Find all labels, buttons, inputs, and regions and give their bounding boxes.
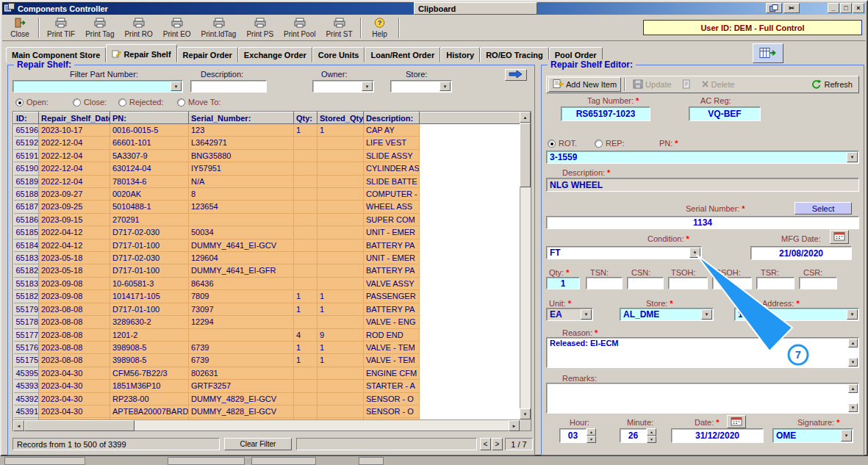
document-icon-button[interactable] <box>678 77 695 92</box>
table-row[interactable]: 651912022-12-045A3307-9BNG35880SLIDE ASS… <box>14 149 520 162</box>
col-header-qty[interactable]: Qty: <box>294 112 318 124</box>
hour-spinner[interactable]: 03 ▲▼ <box>559 428 596 443</box>
minute-value[interactable]: 26 <box>620 428 647 443</box>
tab-repair-order[interactable]: Repair Order <box>177 47 238 62</box>
col-header-id[interactable]: ID: <box>14 112 39 124</box>
print-ro-button[interactable]: Print RO <box>119 16 157 39</box>
date-field[interactable]: 31/12/2020 <box>671 428 764 443</box>
filter-owner-combo[interactable]: ▼ <box>312 80 374 93</box>
clipboard-panel[interactable]: Clipboard <box>414 2 537 15</box>
filter-part-number-combo[interactable]: ▼ <box>12 80 183 93</box>
pn-combo[interactable]: 3-1559 ▼ <box>546 151 859 164</box>
table-row[interactable]: 551792023-08-08D717-01-1007309711BATTERY… <box>14 303 520 315</box>
hour-value[interactable]: 03 <box>559 428 587 443</box>
print-pool-button[interactable]: Print Pool <box>279 16 320 39</box>
filter-store-combo[interactable]: ▼ <box>390 80 452 93</box>
table-row[interactable]: 551752023-08-08398908-5673911VALVE - TEM <box>14 354 520 367</box>
horizontal-scrollbar[interactable]: ◄ ► <box>13 419 520 430</box>
table-row[interactable]: 551772023-08-081201-249ROD END <box>14 328 520 341</box>
table-row[interactable]: 651902022-12-04630124-04IY57951CYLINDER … <box>14 162 520 175</box>
export-button[interactable] <box>753 43 783 63</box>
print-tag-button[interactable]: Print Tag <box>80 16 119 39</box>
maximize-button[interactable]: □ <box>840 3 852 13</box>
radio-rejected[interactable] <box>118 98 126 107</box>
chevron-down-icon[interactable]: ▼ <box>689 248 700 258</box>
radio-rot[interactable] <box>548 140 556 148</box>
minute-down-button[interactable]: ▼ <box>647 436 656 443</box>
table-row[interactable]: 651882023-09-270020AK8COMPUTER - <box>14 188 520 201</box>
hour-up-button[interactable]: ▲ <box>587 428 596 436</box>
select-serial-button[interactable]: Select <box>795 202 852 215</box>
scroll-up-button[interactable]: ▲ <box>520 112 531 123</box>
address-combo[interactable]: 1e ▼ <box>734 308 859 321</box>
tab-ro-eo-tracing[interactable]: RO/EO Tracing <box>480 47 549 62</box>
chevron-down-icon[interactable]: ▼ <box>841 430 852 441</box>
store-combo[interactable]: AL_DME ▼ <box>620 308 714 321</box>
vertical-scrollbar[interactable]: ▲ ▼ <box>520 112 531 419</box>
unit-combo[interactable]: EA ▼ <box>546 308 593 321</box>
next-page-button[interactable]: > <box>492 438 503 450</box>
table-row[interactable]: 651842022-04-12D717-01-100DUMMY_4641_EI-… <box>14 239 520 251</box>
scroll-down-button[interactable]: ▼ <box>520 408 531 419</box>
col-header-date[interactable]: Repair_Shelf_Date: <box>39 112 110 124</box>
tsoh-field[interactable] <box>668 277 708 289</box>
remarks-textarea[interactable]: ▲ ▼ <box>546 383 859 414</box>
table-row[interactable]: 651852022-04-12D717-02-03050034UNIT - EM… <box>14 226 520 239</box>
table-row[interactable]: 551832023-09-0810-60581-386436VALVE ASSY <box>14 277 520 289</box>
csr-field[interactable] <box>799 277 837 289</box>
grid-header-row[interactable]: ID: Repair_Shelf_Date: PN: Serial_Number… <box>14 112 520 124</box>
tag-number-field[interactable]: RS65197-1023 <box>561 107 650 121</box>
table-row[interactable]: 651922022-12-0466601-101L3642971LIFE VES… <box>14 137 520 149</box>
chevron-down-icon[interactable]: ▼ <box>581 309 592 320</box>
table-row[interactable]: 651962023-10-170016-0015-512311CAP AY <box>14 124 520 137</box>
table-row[interactable]: 551822023-09-081014171-105780911PASSENGE… <box>14 290 520 303</box>
table-row[interactable]: 551762023-08-08398908-5673911VALVE - TEM <box>14 341 520 353</box>
table-row[interactable]: 651822023-05-18D717-01-100DUMMY_4641_EI-… <box>14 264 520 277</box>
prev-page-button[interactable]: < <box>480 438 491 450</box>
help-button[interactable]: ? Help <box>364 16 396 39</box>
update-button[interactable]: Update <box>628 77 675 92</box>
chevron-down-icon[interactable]: ▼ <box>440 82 451 91</box>
csn-field[interactable] <box>627 277 664 289</box>
condition-combo[interactable]: FT ▼ <box>546 246 702 259</box>
table-row[interactable]: 453952023-04-30CFM56-7B22/3802631ENGINE … <box>14 367 520 379</box>
tsn-field[interactable] <box>586 277 623 289</box>
table-row[interactable]: 651892022-12-04780134-6N/ASLIDE BATTE <box>14 175 520 187</box>
minimize-button[interactable]: _ <box>828 3 839 13</box>
delete-button[interactable]: Delete <box>697 77 739 92</box>
scroll-right-button[interactable]: ► <box>509 420 520 431</box>
clipboard-cut-button[interactable]: ✂ <box>783 3 800 13</box>
mfg-date-field[interactable]: 21/08/2020 <box>750 246 852 260</box>
print-eo-button[interactable]: Print EO <box>158 16 196 39</box>
signature-combo[interactable]: OME ▼ <box>772 428 853 443</box>
print-st-button[interactable]: Print ST <box>320 16 357 39</box>
tsr-field[interactable] <box>756 277 795 289</box>
table-row[interactable]: 453912023-04-30APTE8A20007BARDDUMMY_4828… <box>14 405 520 417</box>
apply-filter-button[interactable] <box>505 69 527 81</box>
close-window-button[interactable]: × <box>853 3 864 13</box>
tab-core-units[interactable]: Core Units <box>312 47 365 62</box>
radio-close[interactable] <box>73 98 81 107</box>
radio-rep[interactable] <box>595 140 603 148</box>
radio-open[interactable] <box>15 98 24 107</box>
tab-loan-rent-order[interactable]: Loan/Rent Order <box>365 47 440 62</box>
table-row[interactable]: 453932023-04-301851M36P10GRTF3257STARTER… <box>14 380 520 392</box>
date-calendar-button[interactable] <box>727 415 746 428</box>
col-header-stored-qty[interactable]: Stored_Qty: <box>318 112 364 124</box>
mfg-calendar-button[interactable] <box>830 230 849 244</box>
col-header-pn[interactable]: PN: <box>110 112 189 124</box>
close-button[interactable]: Close <box>4 16 36 39</box>
scroll-down-button[interactable]: ▼ <box>848 403 858 412</box>
repair-shelf-grid[interactable]: ID: Repair_Shelf_Date: PN: Serial_Number… <box>12 111 531 431</box>
scroll-left-button[interactable]: ◄ <box>13 420 24 431</box>
qty-field[interactable]: 1 <box>546 277 580 289</box>
chevron-down-icon[interactable]: ▼ <box>362 82 373 91</box>
table-row[interactable]: 651872023-09-255010488-1123654WHEEL ASS <box>14 201 520 213</box>
chevron-down-icon[interactable]: ▼ <box>171 82 182 91</box>
table-row[interactable]: 651862023-09-15270291SUPER COM <box>14 213 520 226</box>
tab-repair-shelf[interactable]: Repair Shelf <box>106 44 176 62</box>
clear-filter-button[interactable]: Clear Filter <box>224 438 292 450</box>
csoh-field[interactable] <box>712 277 752 289</box>
col-header-description[interactable]: Description: <box>364 112 420 124</box>
col-header-serial[interactable]: Serial_Number: <box>189 112 294 124</box>
